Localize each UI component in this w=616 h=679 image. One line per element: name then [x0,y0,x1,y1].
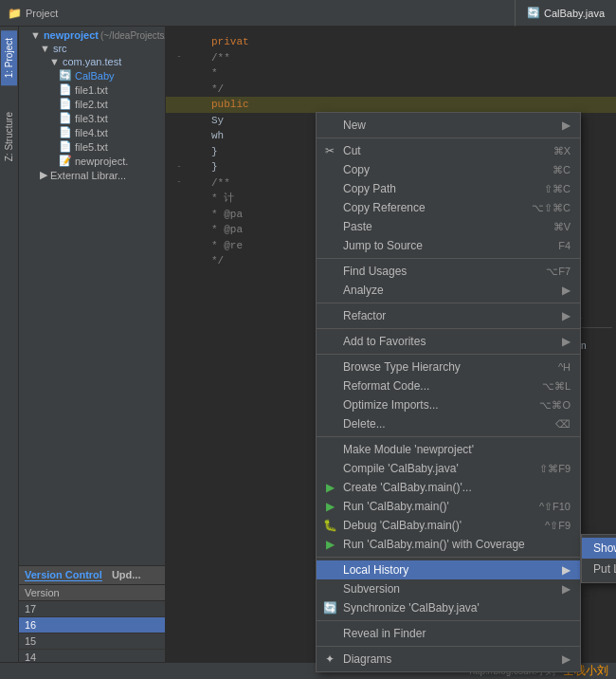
code-text-17: */ [211,253,224,269]
vc-row-16[interactable]: 16 [19,617,165,633]
optimize-shortcut: ⌥⌘O [539,399,571,412]
menu-item-synchronize[interactable]: 🔄 Synchronize 'CalBaby.java' [317,598,580,617]
vc-row-17[interactable]: 17 [19,601,165,617]
vc-table: Version 17 16 15 [19,585,165,666]
menu-item-subversion[interactable]: Subversion ▶ [317,579,580,598]
menu-subversion-label: Subversion [343,582,400,596]
vc-cell-17-extra [136,601,165,617]
src-label: src [53,43,67,54]
editor-area: privat - /** * */ public [166,27,616,679]
tree-item-external-libs[interactable]: ▶ External Librar... [19,168,165,182]
menu-item-cut[interactable]: ✂ Cut ⌘X [317,141,580,160]
tree-item-file1[interactable]: 📄 file1.txt [19,83,165,97]
vc-cell-16: 16 [19,617,136,633]
submenu-item-show-history[interactable]: Show History [582,538,616,559]
menu-synchronize-label: Synchronize 'CalBaby.java' [343,601,480,615]
menu-item-copy-reference[interactable]: Copy Reference ⌥⇧⌘C [317,198,580,217]
menu-item-copy-path[interactable]: Copy Path ⇧⌘C [317,179,580,198]
tree-item-src[interactable]: ▼ src [19,42,165,55]
sidebar-tab-structure[interactable]: Z: Structure [1,104,17,169]
menu-item-run-coverage[interactable]: ▶ Run 'CalBaby.main()' with Coverage [317,535,580,554]
line-num-13 [185,191,204,207]
diagrams-icon: ✦ [322,652,337,666]
menu-item-copy[interactable]: Copy ⌘C [317,160,580,179]
gutter-17 [173,253,185,269]
code-text-3: * [211,65,218,82]
tree-item-newproject-file[interactable]: 📝 newproject. [19,154,165,168]
line-num-16 [185,238,204,254]
tree-item-file3[interactable]: 📄 file3.txt [19,111,165,125]
tree-item-package[interactable]: ▼ com.yan.test [19,55,165,68]
menu-item-reveal[interactable]: Reveal in Finder [317,624,580,643]
code-text-9: } [211,144,218,160]
menu-item-create-run[interactable]: ▶ Create 'CalBaby.main()'... [317,478,580,497]
menu-item-jump-to-source[interactable]: Jump to Source F4 [317,236,580,255]
tree-item-file4[interactable]: 📄 file4.txt [19,125,165,139]
tree-item-file5[interactable]: 📄 file5.txt [19,139,165,154]
local-history-arrow-icon: ▶ [562,563,571,577]
gutter-1 [173,34,185,50]
menu-item-add-to-favorites[interactable]: Add to Favorites ▶ [317,332,580,351]
vc-col-extra [136,585,165,601]
code-line-2: - /** [166,50,616,66]
sidebar-tab-project[interactable]: 1: Project [1,30,17,85]
vc-header: Version Control Upd... [19,566,165,585]
gutter-5 [173,97,185,113]
refactor-arrow-icon: ▶ [562,309,571,322]
menu-item-analyze[interactable]: Analyze ▶ [317,281,580,300]
line-num-3 [185,65,204,82]
menu-new-label: New [343,119,366,132]
menu-item-make-module[interactable]: Make Module 'newproject' [317,440,580,459]
line-num-9 [185,144,204,160]
vc-tab-version-control[interactable]: Version Control [25,569,102,581]
copy-ref-shortcut: ⌥⇧⌘C [532,202,571,214]
separator-6 [317,436,580,437]
project-icon: 📁 [8,7,22,20]
menu-item-browse-hierarchy[interactable]: Browse Type Hierarchy ^H [317,358,580,376]
line-num-12 [185,175,204,192]
vc-col-version: Version [19,585,136,601]
code-text-13: * 计 [211,191,234,207]
menu-compile-label: Compile 'CalBaby.java' [343,462,459,475]
menu-item-debug[interactable]: 🐛 Debug 'CalBaby.main()' ^⇧F9 [317,516,580,535]
menu-item-compile[interactable]: Compile 'CalBaby.java' ⇧⌘F9 [317,459,580,478]
menu-run-label: Run 'CalBaby.main()' [343,500,449,513]
file-icon-2: 📄 [59,98,72,110]
tree-item-newproject[interactable]: ▼ newproject (~/IdeaProjects/workspace/n… [19,28,165,42]
gutter-3 [173,65,185,82]
vc-tab-upd[interactable]: Upd... [112,569,141,581]
menu-item-delete[interactable]: Delete... ⌫ [317,414,580,433]
vc-row-15[interactable]: 15 [19,633,165,650]
context-menu: New ▶ ✂ Cut ⌘X Copy ⌘C Copy Path ⇧⌘C C [316,112,581,672]
menu-item-reformat[interactable]: Reformat Code... ⌥⌘L [317,376,580,395]
code-text-12: /** [211,175,230,192]
project-panel: ▼ newproject (~/IdeaProjects/workspace/n… [19,27,166,679]
menu-item-diagrams[interactable]: ✦ Diagrams ▶ [317,650,580,669]
analyze-arrow-icon: ▶ [562,284,571,297]
code-line-5: public [166,97,616,113]
line-num-15 [185,222,204,238]
tree-item-file2[interactable]: 📄 file2.txt [19,97,165,111]
line-num-4 [185,82,204,98]
gutter-14 [173,207,185,223]
tree-item-calbaby[interactable]: 🔄 CalBaby [19,68,165,83]
external-libs-label: External Librar... [50,170,126,181]
separator-4 [317,328,580,329]
line-num-10 [185,159,204,175]
gutter-4 [173,82,185,98]
line-num-1 [185,34,204,50]
menu-item-run[interactable]: ▶ Run 'CalBaby.main()' ^⇧F10 [317,497,580,516]
menu-item-new[interactable]: New ▶ [317,116,580,135]
code-text-16: * @re [211,238,243,254]
svn-arrow-icon: ▶ [562,582,571,596]
file-icon-5: 📄 [59,140,72,153]
menu-item-find-usages[interactable]: Find Usages ⌥F7 [317,262,580,281]
coverage-icon: ▶ [322,538,337,551]
menu-item-local-history[interactable]: Local History ▶ [317,560,580,579]
submenu-item-put-label[interactable]: Put Label... [582,559,616,579]
menu-coverage-label: Run 'CalBaby.main()' with Coverage [343,538,525,551]
menu-item-optimize-imports[interactable]: Optimize Imports... ⌥⌘O [317,395,580,414]
menu-item-refactor[interactable]: Refactor ▶ [317,306,580,325]
menu-item-paste[interactable]: Paste ⌘V [317,217,580,236]
file4-label: file4.txt [75,127,108,138]
